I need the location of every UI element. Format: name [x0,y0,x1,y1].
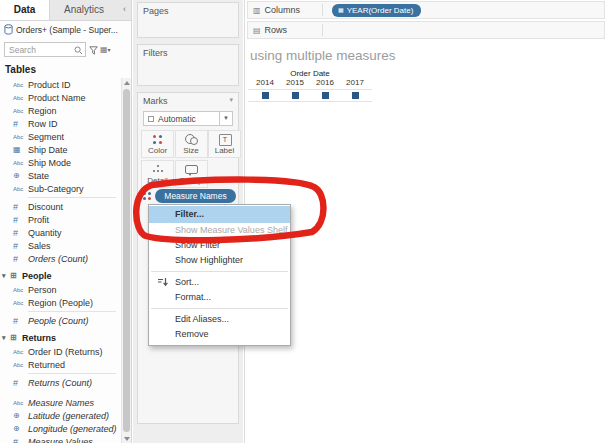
field-person[interactable]: AbcPerson [0,283,120,296]
field-discount[interactable]: #Discount [0,200,120,213]
menu-item-remove[interactable]: Remove [149,327,290,342]
rows-shelf[interactable]: ▤ Rows [247,21,605,39]
color-button[interactable]: Color [141,130,174,158]
chevron-down-icon[interactable]: ▼ [219,112,232,125]
marks-buttons: ColorSizeLabelDetailTooltip [141,130,245,190]
field-divider [28,309,116,314]
field-segment[interactable]: AbcSegment [0,130,120,143]
field-orders-count[interactable]: #Orders (Count) [0,252,120,265]
tab-data[interactable]: Data [0,0,50,20]
field-label: Product Name [28,93,86,103]
field-region[interactable]: AbcRegion [0,104,120,117]
tab-analytics[interactable]: Analytics [50,0,118,20]
field-returned[interactable]: AbcReturned [0,358,120,371]
field-label: Discount [28,202,63,212]
field-sub-category[interactable]: AbcSub-Category [0,182,120,195]
square-mark[interactable] [352,92,359,99]
menu-item-label: Show Measure Values Shelf [175,225,287,235]
collapse-pane-icon[interactable]: ‹ [118,0,131,20]
hash-icon: # [13,202,28,212]
field-order-id-returns[interactable]: AbcOrder ID (Returns) [0,345,120,358]
menu-divider [151,271,288,272]
abc-icon: Abc [13,400,28,406]
collapse-caret-icon[interactable]: ▾ [2,334,10,342]
field-measure-values[interactable]: #Measure Values [0,435,120,443]
field-label: Order ID (Returns) [28,347,103,357]
field-longitude-generated[interactable]: ⊕Longitude (generated) [0,422,120,435]
field-ship-mode[interactable]: AbcShip Mode [0,156,120,169]
hash-icon: # [13,241,28,251]
tooltip-button[interactable]: Tooltip [175,160,208,188]
pill-label: YEAR(Order Date) [347,4,414,17]
field-measure-names[interactable]: AbcMeasure Names [0,396,120,409]
field-sales[interactable]: #Sales [0,239,120,252]
menu-item-filter[interactable]: Filter... [149,206,290,223]
field-state[interactable]: ⊕State [0,169,120,182]
mark-cell-2015 [280,92,310,99]
field-profit[interactable]: #Profit [0,213,120,226]
field-product-name[interactable]: AbcProduct Name [0,91,120,104]
year-order-date-pill[interactable]: ▦ YEAR(Order Date) [332,4,421,17]
search-placeholder: Search [9,45,36,55]
field-label: Returns [22,333,56,343]
menu-item-label: Sort... [175,277,199,287]
field-ship-date[interactable]: ▦Ship Date [0,143,120,156]
scroll-up-icon[interactable] [122,78,132,87]
measure-names-pill[interactable]: Measure Names [155,189,236,203]
fields-scrollbar[interactable] [121,78,131,443]
collapse-caret-icon[interactable]: ▾ [2,272,10,280]
field-quantity[interactable]: #Quantity [0,226,120,239]
field-people-count[interactable]: #People (Count) [0,314,120,327]
hash-icon: # [13,228,28,238]
filters-shelf[interactable]: Filters [137,44,239,86]
filters-label: Filters [138,45,238,58]
sort-icon [157,277,168,290]
scrollbar-thumb[interactable] [123,89,130,432]
label-button[interactable]: Label [208,130,241,158]
pages-shelf[interactable]: Pages [137,2,239,38]
year-header-2015[interactable]: 2015 [280,78,310,87]
filter-fields-icon[interactable] [86,41,100,59]
size-icon [183,133,199,146]
detail-icon [150,163,166,176]
marks-menu-icon[interactable]: ▾ [229,96,233,106]
marks-label: Marks [143,96,168,106]
columns-shelf[interactable]: ▥ Columns ▦ YEAR(Order Date) [247,1,605,19]
year-header-2017[interactable]: 2017 [340,78,370,87]
menu-item-format[interactable]: Format... [149,290,290,305]
field-product-id[interactable]: AbcProduct ID [0,78,120,91]
field-group-returns[interactable]: ▾⊞Returns [0,330,120,345]
datasource-row[interactable]: Orders+ (Sample - Super... [0,21,131,38]
rows-label: Rows [265,25,288,35]
pane-tab-bar: Data Analytics ‹ [0,0,131,21]
rows-icon: ▤ [253,26,261,35]
button-label: Detail [147,176,167,185]
tables-header: Tables [0,58,131,77]
button-label: Color [148,146,167,155]
size-button[interactable]: Size [175,130,208,158]
context-menu: Filter...Show Measure Values ShelfShow F… [148,204,291,346]
menu-item-sort[interactable]: Sort... [149,275,290,290]
detail-button[interactable]: Detail [141,160,174,188]
scroll-down-icon[interactable] [122,434,132,443]
square-mark[interactable] [262,92,269,99]
field-returns-count[interactable]: #Returns (Count) [0,376,120,389]
square-mark[interactable] [322,92,329,99]
field-label: Quantity [28,228,62,238]
view-options-icon[interactable]: ▦▾ [100,45,118,54]
field-group-people[interactable]: ▾⊞People [0,268,120,283]
menu-item-edit-aliases[interactable]: Edit Aliases... [149,312,290,327]
field-divider [28,371,116,376]
menu-item-show-highlighter[interactable]: Show Highlighter [149,253,290,268]
field-latitude-generated[interactable]: ⊕Latitude (generated) [0,409,120,422]
year-header-2016[interactable]: 2016 [310,78,340,87]
field-label: Orders (Count) [28,254,88,264]
field-row-id[interactable]: #Row ID [0,117,120,130]
square-mark[interactable] [292,92,299,99]
menu-item-show-filter[interactable]: Show Filter [149,238,290,253]
search-input[interactable]: Search [4,42,86,57]
field-region-people[interactable]: AbcRegion (People) [0,296,120,309]
menu-item-label: Format... [175,292,211,302]
year-header-2014[interactable]: 2014 [250,78,280,87]
mark-type-dropdown[interactable]: Automatic ▼ [143,111,233,126]
